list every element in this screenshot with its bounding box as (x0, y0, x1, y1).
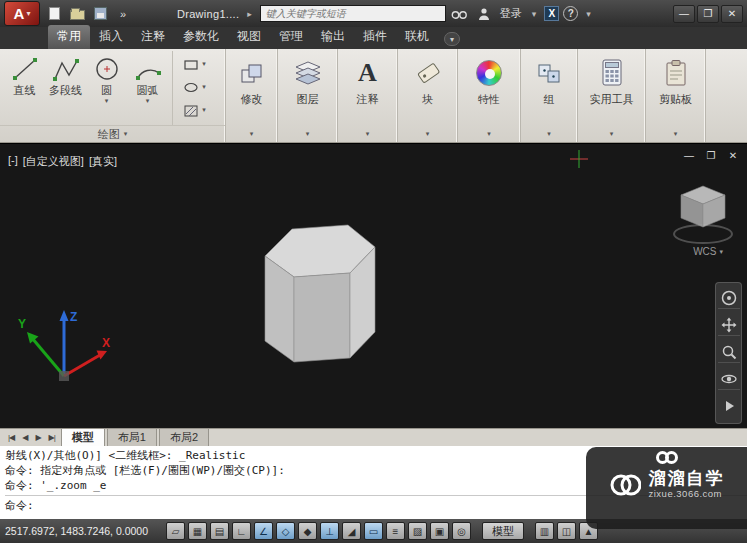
chevron-down-icon: ▾ (487, 130, 491, 138)
tab-online[interactable]: 联机 (396, 25, 438, 49)
watermark-dots-icon (656, 451, 678, 464)
rectangle-tool-button[interactable]: ▾ (175, 54, 214, 74)
group-objects-icon (536, 56, 563, 86)
open-button[interactable] (67, 4, 87, 24)
search-input[interactable] (260, 5, 446, 22)
viewport-controls-menu[interactable]: [-] (8, 154, 18, 169)
chevron-down-icon: ▾ (366, 130, 370, 138)
wcs-menu[interactable]: WCS ▾ (693, 246, 723, 257)
object-snap-toggle[interactable]: ◇ (276, 522, 295, 540)
drawing-close-button[interactable]: ✕ (725, 150, 741, 161)
object-snap-tracking-toggle[interactable]: ⊥ (320, 522, 339, 540)
chevron-down-icon: ▾ (306, 130, 310, 138)
transparency-toggle[interactable]: ▨ (408, 522, 427, 540)
infer-constraints-toggle[interactable]: ▱ (166, 522, 185, 540)
quick-properties-toggle[interactable]: ▣ (430, 522, 449, 540)
ribbon: 直线 多段线 圆 ▾ 圆弧 ▾ ▾ (0, 49, 747, 143)
viewcube[interactable] (671, 180, 735, 246)
tab-parametric[interactable]: 参数化 (174, 25, 228, 49)
draw-panel-label[interactable]: 绘图 ▾ (0, 125, 225, 142)
drawing-restore-button[interactable]: ❐ (703, 150, 719, 161)
chevron-down-icon[interactable]: ▾ (532, 9, 537, 19)
ribbon-minimize-button[interactable]: ▾ (444, 32, 460, 46)
polar-tracking-toggle[interactable]: ∠ (254, 522, 273, 540)
modify-icon (239, 56, 265, 86)
quick-access-toolbar: » (44, 4, 133, 24)
coordinates-display[interactable]: 2517.6972, 1483.7246, 0.0000 (5, 525, 163, 537)
pan-button[interactable] (718, 314, 740, 336)
snap-toggle[interactable]: ▦ (188, 522, 207, 540)
help-chevron-icon[interactable]: ▾ (586, 9, 591, 19)
grid-toggle[interactable]: ▤ (210, 522, 229, 540)
help-button[interactable]: ? (563, 6, 578, 21)
tab-plugins[interactable]: 插件 (354, 25, 396, 49)
orbit-button[interactable] (718, 368, 740, 390)
new-drawing-button[interactable] (44, 4, 64, 24)
utilities-panel-button[interactable]: 实用工具 ▾ (578, 49, 646, 142)
viewport-visual-style-control[interactable]: [真实] (89, 154, 117, 169)
arc-tool-button[interactable]: 圆弧 ▾ (127, 51, 168, 125)
next-layout-button[interactable]: ▶ (31, 433, 44, 442)
tab-view[interactable]: 视图 (228, 25, 270, 49)
tab-home[interactable]: 常用 (48, 25, 90, 49)
binoculars-icon (451, 8, 468, 20)
properties-panel-button[interactable]: 特性 ▾ (458, 49, 521, 142)
groups-panel-button[interactable]: 组 ▾ (521, 49, 578, 142)
chevron-down-icon[interactable]: ▾ (146, 98, 150, 104)
circle-tool-button[interactable]: 圆 ▾ (86, 51, 127, 125)
model-space-button[interactable]: 模型 (482, 522, 524, 540)
minimize-button[interactable]: — (673, 5, 695, 23)
previous-layout-button[interactable]: ◀ (18, 433, 31, 442)
tab-output[interactable]: 输出 (312, 25, 354, 49)
dynamic-input-toggle[interactable]: ▭ (364, 522, 383, 540)
save-button[interactable] (90, 4, 110, 24)
tab-layout1[interactable]: 布局1 (107, 428, 157, 447)
drawing-canvas[interactable]: [-] [自定义视图] [真实] — ❐ ✕ WCS ▾ (0, 143, 747, 428)
tab-layout2[interactable]: 布局2 (159, 428, 209, 447)
lineweight-toggle[interactable]: ≡ (386, 522, 405, 540)
quick-view-drawings-button[interactable]: ◫ (557, 522, 576, 540)
tab-annotate[interactable]: 注释 (132, 25, 174, 49)
tab-insert[interactable]: 插入 (90, 25, 132, 49)
hexagonal-prism-object[interactable] (255, 214, 385, 370)
zoom-button[interactable] (718, 341, 740, 363)
viewport-view-control[interactable]: [自定义视图] (23, 154, 84, 169)
selection-cycling-toggle[interactable]: ◎ (452, 522, 471, 540)
exchange-apps-button[interactable]: X (544, 6, 559, 21)
modify-panel-label: 修改 (241, 92, 263, 107)
3d-object-snap-toggle[interactable]: ◆ (298, 522, 317, 540)
document-title: Drawing1.... (177, 8, 239, 20)
dynamic-ucs-toggle[interactable]: ◢ (342, 522, 361, 540)
first-layout-button[interactable]: |◀ (4, 433, 18, 442)
chevron-down-icon: ▾ (202, 84, 206, 90)
layers-panel-button[interactable]: 图层 ▾ (278, 49, 338, 142)
signin-button[interactable]: 登录 (500, 6, 522, 21)
search-button[interactable] (450, 4, 470, 24)
ellipse-tool-button[interactable]: ▾ (175, 77, 214, 97)
annotation-panel-button[interactable]: A 注释 ▾ (338, 49, 398, 142)
layers-panel-label: 图层 (297, 92, 319, 107)
last-layout-button[interactable]: ▶| (45, 433, 59, 442)
modify-panel-button[interactable]: 修改 ▾ (226, 49, 278, 142)
navigation-wheel-button[interactable] (718, 287, 740, 309)
hatch-tool-button[interactable]: ▾ (175, 100, 214, 120)
chevron-down-icon[interactable]: ▾ (105, 98, 109, 104)
drawing-minimize-button[interactable]: — (681, 150, 697, 161)
line-tool-button[interactable]: 直线 (4, 51, 45, 125)
app-menu-button[interactable]: A ▾ (4, 1, 40, 26)
tab-manage[interactable]: 管理 (270, 25, 312, 49)
arc-icon (133, 55, 163, 83)
quick-view-layouts-button[interactable]: ▥ (535, 522, 554, 540)
clipboard-panel-button[interactable]: 剪贴板 ▾ (646, 49, 706, 142)
open-folder-icon (70, 10, 85, 20)
layers-icon (294, 56, 322, 86)
qat-more-button[interactable]: » (113, 4, 133, 24)
polyline-tool-button[interactable]: 多段线 (45, 51, 86, 125)
clipboard-icon (664, 56, 688, 86)
block-panel-button[interactable]: 块 ▾ (398, 49, 458, 142)
maximize-button[interactable]: ❐ (697, 5, 719, 23)
ortho-toggle[interactable]: ∟ (232, 522, 251, 540)
showmotion-button[interactable] (718, 395, 740, 417)
tab-model[interactable]: 模型 (61, 428, 105, 447)
close-button[interactable]: ✕ (721, 5, 743, 23)
